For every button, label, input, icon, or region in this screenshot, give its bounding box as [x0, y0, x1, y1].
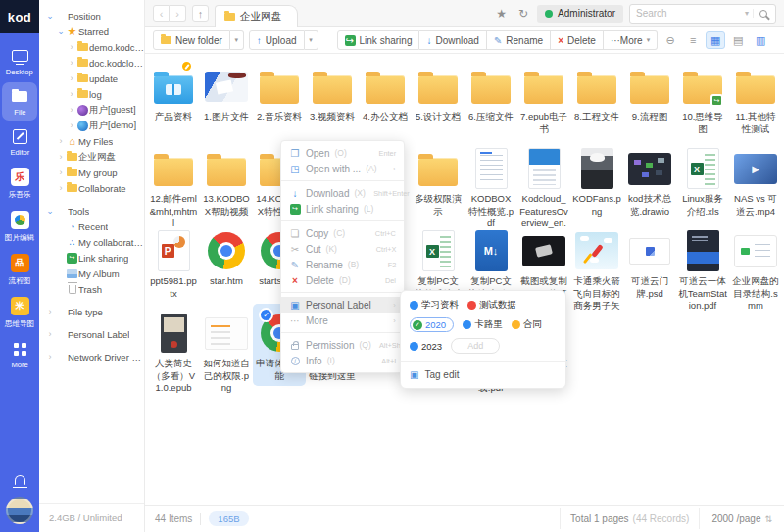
file-item[interactable]: 11.其他特性测试	[729, 57, 782, 139]
rail-item-乐吾乐[interactable]: 乐乐吾乐	[2, 163, 37, 204]
tree-item-2[interactable]: ›demo.kodcloud.c...	[45, 39, 144, 55]
favorite-star-icon[interactable]: ★	[493, 7, 510, 21]
bell-icon[interactable]	[15, 475, 25, 485]
context-menu-item-more[interactable]: ⋯More›	[281, 313, 404, 328]
upload-caret-icon[interactable]: ▾	[305, 30, 318, 50]
file-item[interactable]: ↪10.思维导图	[676, 57, 729, 139]
file-item[interactable]: 企业网盘的目录结构.smm	[729, 221, 782, 304]
file-item[interactable]: 2.音乐资料	[253, 57, 306, 139]
tree-item-3[interactable]: ›doc.kodcloud.com	[45, 55, 144, 71]
rename-button[interactable]: ✎ Rename	[487, 30, 551, 50]
tag-2023[interactable]: 2023	[410, 341, 442, 352]
tag-卡路里[interactable]: 卡路里	[463, 318, 503, 331]
tree-item-16[interactable]: My Album	[45, 266, 144, 281]
file-item[interactable]: 1.图片文件	[200, 57, 253, 139]
tree-item-19[interactable]: ›Personal Label	[45, 326, 144, 342]
search-scope-caret-icon[interactable]: ▾	[741, 9, 754, 18]
tag-合同[interactable]: 合同	[512, 318, 542, 331]
tree-item-17[interactable]: Trash	[45, 281, 144, 297]
search-icon[interactable]	[760, 10, 767, 18]
per-page-selector[interactable]: 2000 /page ⇅	[699, 508, 774, 529]
file-item[interactable]: 3.视频资料	[306, 57, 359, 139]
tree-item-4[interactable]: ›update	[45, 71, 144, 86]
tree-item-14[interactable]: ∴My collaboration	[45, 234, 144, 250]
search-input[interactable]	[630, 8, 741, 19]
context-menu-item-download[interactable]: ↓Download(X)Shift+Enter	[281, 185, 404, 201]
user-avatar[interactable]	[6, 497, 33, 524]
tree-item-11[interactable]: ›Collaborate	[45, 180, 144, 196]
context-menu-item-cut[interactable]: ✂Cut(K)Ctrl+X	[281, 241, 404, 257]
file-item[interactable]: 13.KODBOX帮助视频	[200, 139, 253, 221]
link-sharing-button[interactable]: ↪ Link sharing	[337, 30, 420, 50]
tree-item-7[interactable]: ›用户[demo]	[45, 118, 144, 133]
tag-add-input[interactable]	[451, 338, 500, 354]
file-item[interactable]: KODFans.png	[570, 139, 623, 221]
rail-item-图片编辑[interactable]: 图片编辑	[2, 206, 37, 247]
tag-edit-button[interactable]: ▣ Tag edit	[410, 367, 557, 382]
file-item[interactable]: 9.流程图	[623, 57, 676, 139]
file-item[interactable]: kod技术总览.drawio	[623, 139, 676, 221]
tree-item-9[interactable]: ›企业网盘	[45, 149, 144, 165]
tree-item-13[interactable]: ◔Recent	[45, 218, 144, 234]
context-menu-item-link-sharing[interactable]: ↪Link sharing(L)	[281, 201, 404, 217]
more-button[interactable]: ···More ▾	[604, 30, 658, 50]
tree-item-12[interactable]: ⌄Tools	[45, 203, 144, 218]
file-item[interactable]: star.htm	[200, 221, 253, 304]
up-icon[interactable]: ↑	[192, 5, 209, 22]
context-menu-item-info[interactable]: iInfo(I)Alt+I	[281, 353, 404, 368]
tree-item-18[interactable]: ›File type	[45, 304, 144, 319]
context-menu-item-copy[interactable]: ❏Copy(C)Ctrl+C	[281, 225, 404, 241]
column-view-icon[interactable]: ▥	[751, 31, 770, 49]
file-item[interactable]: 人类简史（多看）V1.0.epub	[147, 304, 200, 386]
rail-item-More[interactable]: More	[2, 335, 37, 373]
delete-button[interactable]: × Delete	[551, 30, 604, 50]
detail-list-icon[interactable]: ▤	[728, 31, 748, 49]
file-item[interactable]: 7.epub电子书	[517, 57, 570, 139]
tree-item-0[interactable]: ⌄Position	[45, 8, 144, 24]
grid-view-icon[interactable]: ▦	[706, 31, 725, 49]
forward-icon[interactable]: ›	[170, 5, 186, 22]
rail-item-思维导图[interactable]: 米思维导图	[2, 292, 37, 333]
file-item[interactable]: NAS vs 可道云.mp4	[729, 139, 782, 221]
tree-item-8[interactable]: ›⌂My Files	[45, 133, 144, 149]
tag-测试数据[interactable]: 测试数据	[467, 299, 516, 312]
file-item[interactable]: Kodcloud_FeaturesOverview_en.pdf	[517, 139, 570, 221]
sort-list-icon[interactable]: ≡	[683, 31, 703, 49]
tree-item-20[interactable]: ›Network Driver (admin)	[45, 349, 144, 364]
file-item[interactable]: KODBOX特性概览.pdf	[465, 139, 517, 221]
refresh-icon[interactable]: ↻	[515, 7, 531, 21]
tag-学习资料[interactable]: 学习资料	[410, 299, 459, 312]
file-item[interactable]: 5.设计文档	[412, 57, 465, 139]
context-menu-item-rename[interactable]: ✎Rename(B)F2	[281, 257, 404, 272]
user-menu[interactable]: Administrator	[537, 5, 623, 23]
tag-2020-selected[interactable]: ✓2020	[410, 317, 454, 332]
file-item[interactable]: 12.邮件eml&mht,mhtml	[147, 139, 200, 221]
new-folder-caret-icon[interactable]: ▾	[230, 30, 244, 50]
rail-item-流程图[interactable]: 品流程图	[2, 249, 37, 290]
context-menu-item-personal-label[interactable]: ▣Personal Label›	[281, 297, 404, 313]
back-icon[interactable]: ‹	[153, 5, 170, 22]
new-folder-button[interactable]: New folder	[153, 30, 230, 50]
file-item[interactable]: 多级权限演示	[412, 139, 465, 221]
file-item[interactable]: 6.压缩文件	[465, 57, 517, 139]
context-menu-item-delete[interactable]: ×Delete(D)Del	[281, 272, 404, 288]
rail-item-File[interactable]: File	[2, 82, 37, 121]
app-logo[interactable]: kod	[0, 0, 39, 33]
file-item[interactable]: 4.办公文档	[359, 57, 412, 139]
file-item[interactable]: 可道云门牌.psd	[623, 221, 676, 304]
tree-item-5[interactable]: ›log	[45, 86, 144, 102]
file-item[interactable]: 产品资料	[147, 57, 200, 139]
upload-button[interactable]: ↑ Upload	[249, 30, 305, 50]
file-item[interactable]: 卡通乘火箭飞向目标的商务男子矢量图.ai	[570, 221, 623, 304]
tree-item-15[interactable]: ↪Link sharing	[45, 250, 144, 266]
context-menu-item-open[interactable]: ❐Open(O)Enter	[281, 145, 404, 161]
rail-item-Desktop[interactable]: Desktop	[2, 42, 37, 80]
file-item[interactable]: ppt5981.pptx	[147, 221, 200, 304]
file-item[interactable]: 可道云一体机TeamStation.pdf	[676, 221, 729, 304]
zoom-out-icon[interactable]: ⊖	[661, 31, 680, 49]
download-button[interactable]: ↓ Download	[419, 30, 486, 50]
tree-item-10[interactable]: ›My group	[45, 165, 144, 180]
file-item[interactable]: 8.工程文件	[570, 57, 623, 139]
tree-item-1[interactable]: ⌄★Starred	[45, 24, 144, 39]
breadcrumb[interactable]: 企业网盘	[215, 5, 298, 27]
